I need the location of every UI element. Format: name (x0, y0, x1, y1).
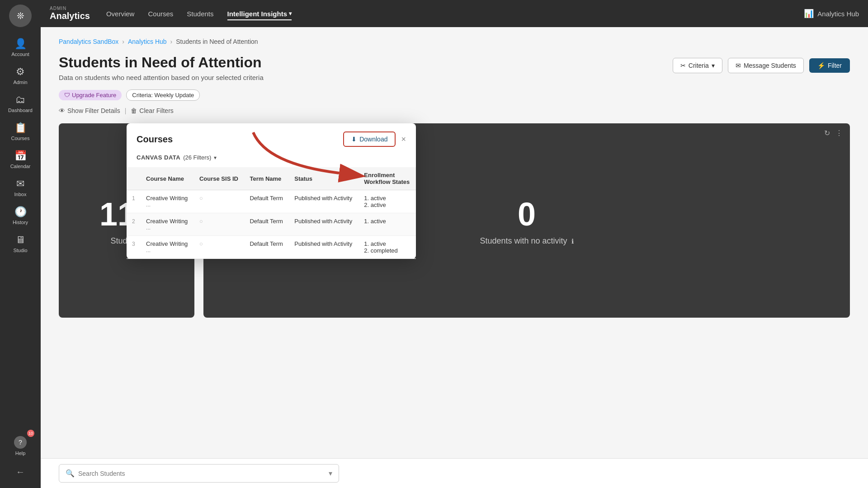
help-icon: ? (14, 436, 27, 449)
row-course-sis: ○ (194, 236, 245, 259)
breadcrumb-analytics-hub[interactable]: Analytics Hub (128, 38, 167, 45)
show-filter-details-button[interactable]: 👁 Show Filter Details (59, 107, 120, 114)
eye-icon: 👁 (59, 107, 65, 114)
clear-filters-label: Clear Filters (139, 107, 173, 114)
row-term-name: Default Term (244, 190, 289, 213)
clear-filters-button[interactable]: 🗑 Clear Filters (131, 107, 173, 114)
criteria-icon: ✂ (680, 62, 686, 69)
logo-icon: ❊ (17, 10, 24, 21)
more-button[interactable]: ... (146, 247, 189, 253)
sidebar-item-studio[interactable]: 🖥 Studio (0, 230, 41, 258)
sidebar-label-studio: Studio (13, 248, 27, 253)
row-status: Published with Activity (289, 213, 359, 236)
nav-overview[interactable]: Overview (106, 7, 135, 20)
table-row: 2 Creative Writing ... ○ Default Term Pu… (127, 213, 416, 236)
message-students-button[interactable]: ✉ Message Students (728, 58, 804, 73)
message-label: Message Students (744, 62, 796, 69)
breadcrumb-sep-2: › (170, 38, 173, 45)
download-icon: ⬇ (351, 136, 357, 143)
sidebar-item-inbox[interactable]: ✉ Inbox (0, 174, 41, 202)
canvas-data-bar: CANVAS DATA (26 Filters) ▾ (127, 151, 416, 167)
calendar-icon: 📅 (14, 150, 27, 162)
sidebar: ❊ 👤 Account ⚙ Admin 🗂 Dashboard 📋 Course… (0, 0, 41, 488)
breadcrumb: Pandalytics SandBox › Analytics Hub › St… (59, 38, 850, 45)
sidebar-item-help[interactable]: ? 10 Help (0, 432, 41, 460)
help-badge-count: 10 (27, 430, 34, 437)
studio-icon: 🖥 (15, 234, 25, 246)
row-course-sis: ○ (194, 190, 245, 213)
sidebar-bottom: ? 10 Help ← (0, 432, 41, 483)
search-dropdown-icon[interactable]: ▾ (329, 469, 332, 478)
nav-students[interactable]: Students (187, 7, 213, 20)
filter-actions: 👁 Show Filter Details | 🗑 Clear Filters (59, 107, 850, 114)
more-options-icon[interactable]: ⋮ (835, 129, 843, 137)
sidebar-item-admin[interactable]: ⚙ Admin (0, 61, 41, 89)
criteria-badge: Criteria: Weekly Update (126, 89, 200, 101)
table-row: 1 Creative Writing ... ○ Default Term Pu… (127, 190, 416, 213)
sidebar-item-account[interactable]: 👤 Account (0, 33, 41, 61)
popup-close-button[interactable]: × (401, 135, 406, 144)
upgrade-badge[interactable]: 🛡 Upgrade Feature (59, 90, 122, 100)
criteria-chevron-icon: ▾ (712, 62, 715, 69)
show-filter-details-label: Show Filter Details (67, 107, 120, 114)
refresh-icon[interactable]: ↻ (824, 129, 830, 137)
courses-popup-title: Courses (137, 134, 173, 145)
search-input[interactable] (78, 470, 329, 477)
sidebar-label-calendar: Calendar (10, 164, 31, 169)
bar-chart-icon: 📊 (804, 9, 814, 19)
breadcrumb-sep-1: › (122, 38, 124, 45)
collapse-icon: ← (16, 467, 25, 477)
row-num: 2 (127, 213, 141, 236)
row-term-name: Default Term (244, 236, 289, 259)
nav-links: Overview Courses Students Intelligent In… (106, 7, 804, 20)
row-course-name: Creative Writing ... (141, 236, 194, 259)
row-term-name: Default Term (244, 213, 289, 236)
canvas-data-label: CANVAS DATA (137, 154, 180, 161)
nav-intelligent-insights[interactable]: Intelligent Insights ▾ (227, 7, 292, 20)
analytics-hub-label: Analytics Hub (817, 10, 859, 18)
sidebar-label-dashboard: Dashboard (8, 108, 33, 113)
row-status: Published with Activity (289, 236, 359, 259)
sidebar-item-dashboard[interactable]: 🗂 Dashboard (0, 89, 41, 117)
search-bar-container: 🔍 ▾ (41, 458, 868, 488)
sidebar-item-history[interactable]: 🕐 History (0, 202, 41, 230)
row-enrollment: 1. active2. completed (359, 236, 416, 259)
breadcrumb-pandalytics[interactable]: Pandalytics SandBox (59, 38, 118, 45)
no-activity-text: Students with no activity (480, 236, 567, 245)
sidebar-item-calendar[interactable]: 📅 Calendar (0, 145, 41, 174)
filter-divider: | (125, 107, 127, 114)
row-num: 1 (127, 190, 141, 213)
table-header-row: Course Name Course SIS ID Term Name Stat… (127, 167, 416, 190)
sidebar-item-courses[interactable]: 📋 Courses (0, 117, 41, 145)
page-title: Students in Need of Attention (59, 54, 264, 71)
criteria-button[interactable]: ✂ Criteria ▾ (673, 58, 722, 73)
analytics-hub-button[interactable]: 📊 Analytics Hub (804, 9, 859, 19)
page-actions: ✂ Criteria ▾ ✉ Message Students ⚡ Filter (673, 58, 850, 73)
more-button[interactable]: ... (146, 225, 189, 231)
app-logo[interactable]: ❊ (9, 5, 32, 27)
download-button[interactable]: ⬇ Download (343, 131, 396, 147)
sidebar-label-account: Account (11, 52, 29, 57)
search-bar[interactable]: 🔍 ▾ (59, 464, 339, 483)
more-button[interactable]: ... (146, 202, 189, 208)
canvas-data-chevron-icon[interactable]: ▾ (214, 155, 217, 161)
col-course-name: Course Name (141, 167, 194, 190)
col-num (127, 167, 141, 190)
shield-icon: 🛡 (64, 92, 70, 99)
courses-table: Course Name Course SIS ID Term Name Stat… (127, 167, 416, 259)
brand: ADMIN Analytics (50, 6, 90, 21)
row-course-name: Creative Writing ... (141, 213, 194, 236)
nav-courses[interactable]: Courses (148, 7, 173, 20)
nav-intelligent-insights-label: Intelligent Insights (227, 10, 288, 18)
filter-button[interactable]: ⚡ Filter (809, 58, 850, 73)
canvas-data-filters: (26 Filters) (183, 154, 211, 161)
row-num: 3 (127, 236, 141, 259)
search-icon: 🔍 (66, 469, 75, 478)
sidebar-label-history: History (13, 220, 28, 225)
chevron-down-icon: ▾ (289, 10, 292, 17)
row-status: Published with Activity (289, 190, 359, 213)
filter-label: Filter (828, 62, 842, 69)
sidebar-collapse-button[interactable]: ← (0, 460, 41, 483)
sidebar-label-inbox: Inbox (14, 192, 27, 197)
message-icon: ✉ (736, 62, 741, 69)
